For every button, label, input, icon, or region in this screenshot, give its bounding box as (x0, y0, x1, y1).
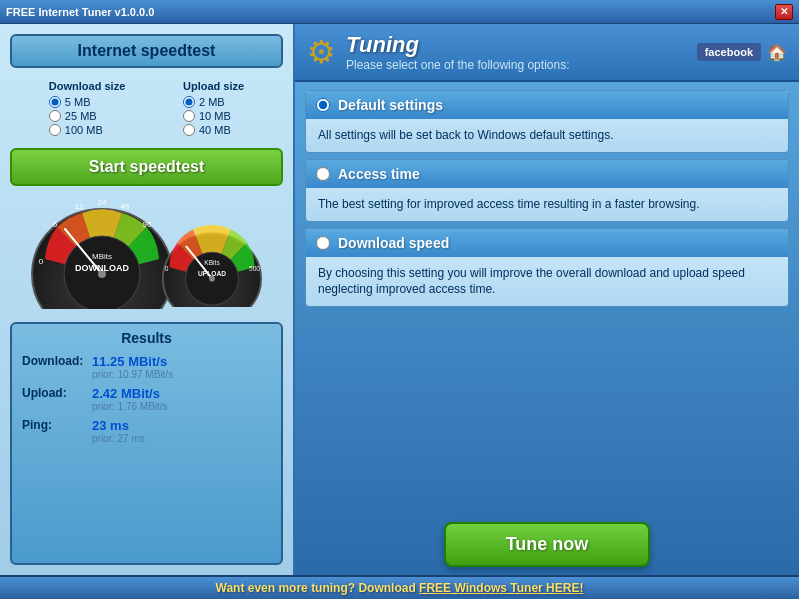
svg-text:0: 0 (164, 265, 168, 272)
bottom-bar-text: Want even more tuning? Download FREE Win… (216, 581, 584, 595)
close-button[interactable]: ✕ (775, 4, 793, 20)
download-100mb[interactable]: 100 MB (49, 124, 125, 136)
option-download-label: Download speed (338, 235, 449, 251)
upload-options: Upload size 2 MB 10 MB 40 MB (183, 80, 244, 136)
option-download-body: By choosing this setting you will improv… (306, 257, 788, 307)
svg-text:KBits: KBits (204, 259, 220, 266)
ping-result-prior: prior: 27 ms (92, 433, 145, 444)
upload-10mb[interactable]: 10 MB (183, 110, 244, 122)
download-result-values: 11.25 MBit/s prior: 10.97 MBit/s (92, 354, 173, 380)
title-bar-text: FREE Internet Tuner v1.0.0.0 (6, 6, 154, 18)
upload-result-value: 2.42 MBit/s (92, 386, 168, 401)
svg-text:12: 12 (74, 202, 83, 211)
home-button[interactable]: 🏠 (767, 43, 787, 62)
left-panel: Internet speedtest Download size 5 MB 25… (0, 24, 295, 575)
gear-icon: ⚙ (307, 33, 336, 71)
svg-text:24: 24 (97, 199, 106, 207)
option-default-header[interactable]: Default settings (306, 91, 788, 119)
bottom-bar: Want even more tuning? Download FREE Win… (0, 575, 799, 599)
bottom-action: Tune now (295, 514, 799, 575)
upload-2mb[interactable]: 2 MB (183, 96, 244, 108)
tuning-subtitle: Please select one of the following optio… (346, 58, 569, 72)
svg-text:DOWNLOAD: DOWNLOAD (75, 263, 129, 273)
option-default-label: Default settings (338, 97, 443, 113)
ping-result-row: Ping: 23 ms prior: 27 ms (22, 418, 271, 444)
size-options: Download size 5 MB 25 MB 100 MB Upload s… (10, 76, 283, 140)
download-5mb[interactable]: 5 MB (49, 96, 125, 108)
speedtest-title: Internet speedtest (10, 34, 283, 68)
option-default-radio[interactable] (316, 98, 330, 112)
results-title: Results (22, 330, 271, 346)
title-bar: FREE Internet Tuner v1.0.0.0 ✕ (0, 0, 799, 24)
right-header: ⚙ Tuning Please select one of the follow… (295, 24, 799, 82)
download-25mb[interactable]: 25 MB (49, 110, 125, 122)
tuning-title: Tuning (346, 32, 569, 58)
option-default-settings: Default settings All settings will be se… (305, 90, 789, 153)
option-download-radio[interactable] (316, 236, 330, 250)
start-speedtest-button[interactable]: Start speedtest (10, 148, 283, 186)
upload-40mb[interactable]: 40 MB (183, 124, 244, 136)
download-label: Download size (49, 80, 125, 92)
facebook-button[interactable]: facebook (697, 43, 761, 61)
option-access-body: The best setting for improved access tim… (306, 188, 788, 221)
upload-result-prior: prior: 1.76 MBit/s (92, 401, 168, 412)
svg-text:0: 0 (38, 257, 43, 266)
option-access-time: Access time The best setting for improve… (305, 159, 789, 222)
results-box: Results Download: 11.25 MBit/s prior: 10… (10, 322, 283, 565)
upload-gauge: 0 500 KBits UPLOAD (157, 222, 267, 307)
tune-now-button[interactable]: Tune now (444, 522, 651, 567)
windows-tuner-link[interactable]: FREE Windows Tuner HERE! (419, 581, 583, 595)
svg-text:500: 500 (248, 265, 259, 272)
download-result-prior: prior: 10.97 MBit/s (92, 369, 173, 380)
upload-result-values: 2.42 MBit/s prior: 1.76 MBit/s (92, 386, 168, 412)
svg-text:48: 48 (120, 202, 129, 211)
ping-result-values: 23 ms prior: 27 ms (92, 418, 145, 444)
option-access-header[interactable]: Access time (306, 160, 788, 188)
option-default-body: All settings will be set back to Windows… (306, 119, 788, 152)
upload-result-label: Upload: (22, 386, 92, 400)
options-area: Default settings All settings will be se… (295, 82, 799, 514)
header-text: Tuning Please select one of the followin… (346, 32, 569, 72)
fb-home-area: facebook 🏠 (697, 43, 787, 62)
ping-result-label: Ping: (22, 418, 92, 432)
right-panel: ⚙ Tuning Please select one of the follow… (295, 24, 799, 575)
option-download-speed: Download speed By choosing this setting … (305, 228, 789, 308)
option-access-label: Access time (338, 166, 420, 182)
gauge-area: 0 6 12 24 48 96 MBits DOWNLOAD (10, 194, 283, 314)
main-container: Internet speedtest Download size 5 MB 25… (0, 24, 799, 575)
upload-result-row: Upload: 2.42 MBit/s prior: 1.76 MBit/s (22, 386, 271, 412)
download-result-label: Download: (22, 354, 92, 368)
svg-text:6: 6 (52, 220, 57, 229)
svg-text:96: 96 (142, 220, 151, 229)
download-gauge: 0 6 12 24 48 96 MBits DOWNLOAD (27, 199, 177, 309)
option-download-header[interactable]: Download speed (306, 229, 788, 257)
option-access-radio[interactable] (316, 167, 330, 181)
download-result-row: Download: 11.25 MBit/s prior: 10.97 MBit… (22, 354, 271, 380)
ping-result-value: 23 ms (92, 418, 145, 433)
svg-text:MBits: MBits (92, 252, 112, 261)
upload-label: Upload size (183, 80, 244, 92)
svg-text:UPLOAD: UPLOAD (198, 269, 226, 276)
download-result-value: 11.25 MBit/s (92, 354, 173, 369)
download-options: Download size 5 MB 25 MB 100 MB (49, 80, 125, 136)
